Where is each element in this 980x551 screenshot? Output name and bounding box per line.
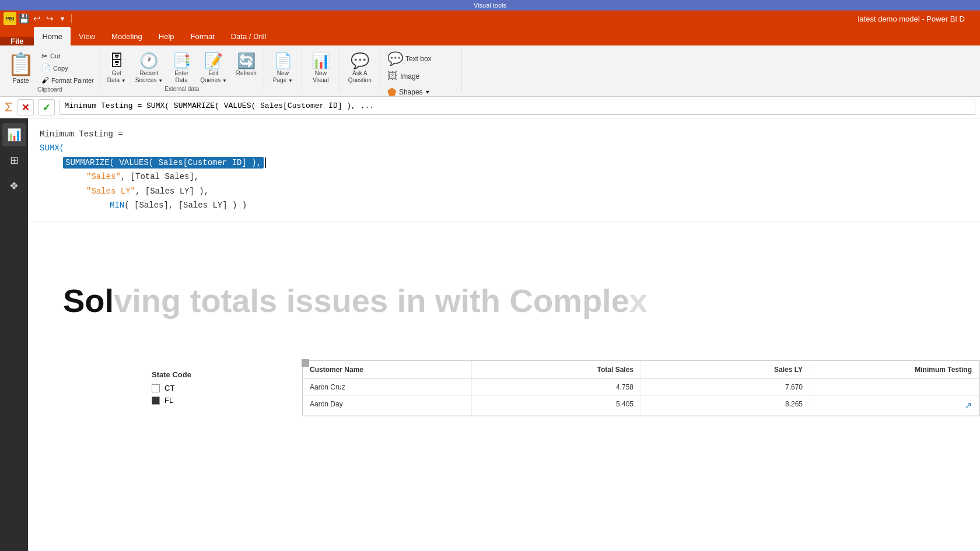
recent-sources-label: RecentSources ▼	[135, 70, 163, 84]
new-page-group: 📄 NewPage ▼	[264, 48, 302, 92]
table-header: Customer Name Total Sales Sales LY Minim…	[303, 361, 979, 379]
tab-file[interactable]: File	[0, 37, 34, 45]
copy-label: Copy	[53, 65, 68, 72]
cut-label: Cut	[50, 52, 60, 59]
external-data-group-label: External data	[104, 86, 260, 92]
filter-label-fl: FL	[164, 396, 173, 405]
formula-confirm-button[interactable]: ✓	[38, 99, 55, 115]
th-sales-ly: Sales LY	[641, 361, 810, 378]
cut-icon: ✂	[41, 52, 48, 61]
th-min-testing: Minimum Testing	[810, 361, 979, 378]
refresh-button[interactable]: 🔄 Refresh	[233, 50, 260, 78]
enter-data-icon: 📑	[172, 52, 191, 70]
clipboard-group-label: Clipboard	[4, 86, 96, 93]
filter-item-fl: FL	[152, 396, 191, 405]
new-visual-group: 📊 NewVisual	[302, 48, 340, 92]
code-line-4: "Sales", [Total Sales],	[86, 170, 199, 183]
ask-question-button[interactable]: 💬 Ask AQuestion	[344, 50, 376, 86]
sidebar-item-visual[interactable]: ❖	[2, 174, 26, 198]
refresh-icon: 🔄	[237, 52, 256, 70]
text-cursor	[265, 157, 266, 168]
image-icon: 🖼	[387, 70, 398, 82]
paste-label: Paste	[12, 77, 29, 84]
formula-cancel-button[interactable]: ✕	[18, 99, 34, 115]
format-painter-button[interactable]: 🖌 Format Painter	[39, 75, 96, 86]
quick-access-dropdown[interactable]: ▼	[57, 13, 68, 24]
shapes-label: Shapes	[399, 88, 423, 96]
visual-tools-label: Visual tools	[474, 2, 506, 9]
copy-button[interactable]: 📄 Copy	[39, 62, 96, 73]
new-page-button[interactable]: 📄 NewPage ▼	[268, 50, 298, 86]
code-editor: Minimum Testing = SUMX( SUMMARIZE( VALUE…	[28, 118, 980, 222]
sidebar-item-chart[interactable]: 📊	[2, 123, 26, 146]
text-box-icon: 💬	[387, 51, 403, 66]
ask-question-label: Ask AQuestion	[348, 70, 372, 84]
format-painter-icon: 🖌	[41, 76, 49, 85]
undo-button[interactable]: ↩	[32, 13, 42, 24]
external-data-group: 🗄 GetData ▼ 🕐 RecentSources ▼ 📑 EnterDat…	[100, 48, 264, 92]
sidebar-item-table[interactable]: ⊞	[2, 149, 26, 172]
data-table: Customer Name Total Sales Sales LY Minim…	[302, 360, 980, 416]
get-data-icon: 🗄	[109, 52, 124, 70]
table-resize-handle[interactable]	[302, 359, 309, 367]
visual-tools-bar: Visual tools	[0, 0, 980, 10]
redo-button[interactable]: ↪	[44, 13, 55, 24]
shapes-button[interactable]: ⬟ Shapes ▼	[384, 85, 434, 100]
tab-help[interactable]: Help	[150, 27, 183, 45]
tab-format[interactable]: Format	[183, 27, 223, 45]
text-box-label: Text box	[405, 55, 432, 63]
field-icon: Σ	[5, 100, 13, 115]
image-button[interactable]: 🖼 Image	[384, 69, 423, 83]
enter-data-label: EnterData	[174, 70, 188, 84]
get-data-label: GetData ▼	[107, 70, 126, 84]
ask-question-icon: 💬	[351, 52, 369, 70]
enter-data-button[interactable]: 📑 EnterData	[169, 50, 194, 86]
new-page-label: NewPage ▼	[273, 70, 293, 84]
slide-title: Solving totals issues in with Complex	[63, 282, 648, 320]
copy-icon: 📄	[41, 64, 51, 72]
td-name-0: Aaron Cruz	[303, 379, 472, 395]
filter-label-ct: CT	[164, 384, 174, 392]
cut-button[interactable]: ✂ Cut	[39, 51, 96, 62]
formula-text[interactable]: Minimum Testing = SUMX( SUMMARIZE( VALUE…	[60, 100, 975, 115]
td-ly-0: 7,670	[641, 379, 810, 395]
table-row: Aaron Day 5,405 8,265 ↗	[303, 396, 979, 416]
save-button[interactable]: 💾	[19, 13, 29, 24]
left-sidebar: 📊 ⊞ ❖	[0, 118, 28, 551]
app-title: latest demo model - Power BI D	[75, 15, 977, 23]
tab-data-drill[interactable]: Data / Drill	[223, 27, 275, 45]
canvas: Minimum Testing = SUMX( SUMMARIZE( VALUE…	[28, 118, 980, 551]
new-visual-label: NewVisual	[313, 70, 328, 84]
new-visual-button[interactable]: 📊 NewVisual	[306, 50, 336, 86]
code-line-1: Minimum Testing =	[40, 128, 123, 141]
tab-view[interactable]: View	[71, 27, 103, 45]
td-name-1: Aaron Day	[303, 396, 472, 415]
shapes-icon: ⬟	[387, 86, 397, 99]
td-min-0	[810, 379, 979, 395]
get-data-button[interactable]: 🗄 GetData ▼	[104, 50, 130, 86]
code-line-5: "Sales LY", [Sales LY] ),	[86, 185, 209, 198]
tab-home[interactable]: Home	[34, 27, 71, 45]
app-logo: PBI	[4, 12, 16, 25]
filter-checkbox-ct[interactable]	[152, 384, 160, 392]
image-label: Image	[400, 72, 419, 80]
recent-sources-icon: 🕐	[139, 52, 158, 70]
ribbon: 📋 Paste ✂ Cut 📄 Copy 🖌 Format Painter	[0, 45, 980, 97]
paste-button[interactable]: 📋 Paste	[4, 50, 38, 85]
th-total-sales: Total Sales	[472, 361, 641, 378]
new-page-icon: 📄	[274, 52, 292, 70]
format-painter-label: Format Painter	[51, 77, 94, 84]
tab-modeling[interactable]: Modeling	[103, 27, 150, 45]
code-line-2: SUMX(	[40, 142, 64, 155]
recent-sources-button[interactable]: 🕐 RecentSources ▼	[132, 50, 166, 86]
td-ly-1: 8,265	[641, 396, 810, 415]
td-sales-1: 5,405	[472, 396, 641, 415]
text-box-button[interactable]: 💬 Text box	[384, 50, 435, 68]
clipboard-group: 📋 Paste ✂ Cut 📄 Copy 🖌 Format Painter	[0, 48, 100, 92]
edit-queries-label: EditQueries ▼	[200, 70, 227, 84]
filter-checkbox-fl[interactable]	[152, 396, 160, 405]
formula-bar: Σ ✕ ✓ Minimum Testing = SUMX( SUMMARIZE(…	[0, 97, 980, 118]
th-customer-name: Customer Name	[303, 361, 472, 378]
edit-queries-icon: 📝	[204, 52, 223, 70]
edit-queries-button[interactable]: 📝 EditQueries ▼	[197, 50, 230, 86]
